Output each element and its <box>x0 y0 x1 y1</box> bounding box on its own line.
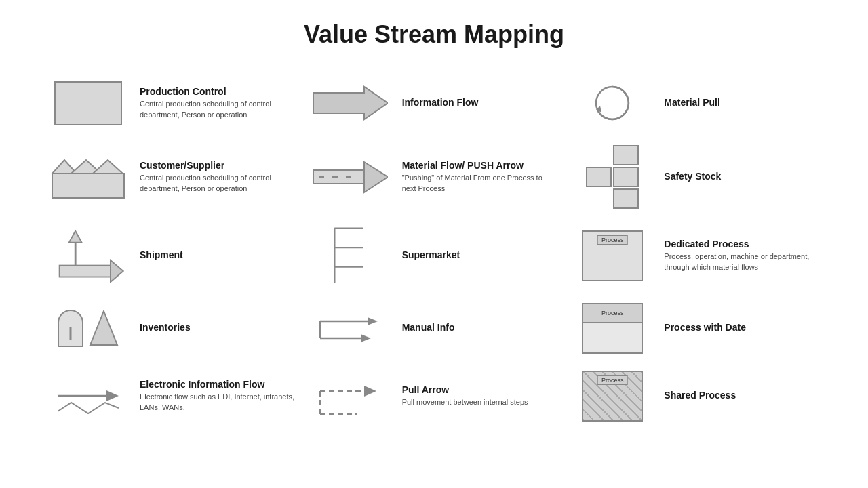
text-shared-process: Shared Process <box>664 390 821 403</box>
safety-stock-icon <box>586 145 639 209</box>
icon-area-customer-supplier <box>47 153 129 201</box>
icon-area-material-flow <box>310 159 391 196</box>
material-pull-icon <box>591 81 635 125</box>
icon-area-material-pull <box>572 81 653 125</box>
information-flow-icon <box>313 85 388 122</box>
svg-rect-3 <box>52 174 124 198</box>
inventories-title: Inventories <box>140 322 296 333</box>
material-flow-title: Material Flow/ PUSH Arrow <box>402 160 559 171</box>
item-process-with-date: Process Process with Date <box>565 294 827 362</box>
svg-marker-28 <box>106 390 119 401</box>
svg-marker-23 <box>368 317 378 325</box>
electronic-info-flow-title: Electronic Information Flow <box>140 379 296 390</box>
dedicated-process-label: Process <box>597 235 628 245</box>
icon-area-dedicated-process: Process <box>572 230 653 281</box>
text-electronic-info-flow: Electronic Information Flow Electronic f… <box>140 379 296 413</box>
item-manual-info: Manual Info <box>303 294 566 362</box>
pull-arrow-title: Pull Arrow <box>402 384 559 395</box>
text-customer-supplier: Customer/Supplier Central production sch… <box>140 160 296 194</box>
shipment-icon <box>51 228 125 283</box>
item-material-pull: Material Pull <box>565 69 827 137</box>
item-safety-stock: Safety Stock <box>565 137 827 217</box>
text-material-pull: Material Pull <box>664 97 821 110</box>
supermarket-icon <box>323 225 378 286</box>
safety-stock-title: Safety Stock <box>664 171 821 182</box>
text-material-flow: Material Flow/ PUSH Arrow "Pushing" of M… <box>402 160 559 194</box>
shared-process-icon: Process <box>582 371 643 422</box>
item-dedicated-process: Process Dedicated Process Process, opera… <box>565 217 827 294</box>
production-control-desc: Central production scheduling of control… <box>140 99 296 120</box>
icon-area-pull-arrow <box>310 372 391 420</box>
electronic-info-flow-desc: Electronic flow such as EDI, Internet, i… <box>140 392 296 413</box>
shared-process-title: Shared Process <box>664 390 821 401</box>
icon-area-inventories <box>47 310 129 347</box>
dedicated-process-title: Dedicated Process <box>664 239 821 249</box>
item-shared-process: Process Shared Process <box>565 362 827 430</box>
supermarket-title: Supermarket <box>402 249 559 260</box>
material-pull-title: Material Pull <box>664 97 821 108</box>
svg-rect-15 <box>60 266 111 277</box>
svg-marker-25 <box>361 334 371 342</box>
item-customer-supplier: Customer/Supplier Central production sch… <box>41 137 303 217</box>
customer-supplier-icon <box>51 153 125 201</box>
text-safety-stock: Safety Stock <box>664 171 821 184</box>
icon-area-supermarket <box>310 225 391 286</box>
process-with-date-title: Process with Date <box>664 322 821 333</box>
process-date-body <box>583 323 642 352</box>
text-production-control: Production Control Central production sc… <box>140 86 296 120</box>
icon-area-shared-process: Process <box>572 371 653 422</box>
inventory-arch-line <box>70 327 72 340</box>
icon-area-production-control <box>47 81 129 125</box>
production-control-icon <box>54 81 122 125</box>
item-pull-arrow: Pull Arrow Pull movement between interna… <box>303 362 566 430</box>
customer-supplier-title: Customer/Supplier <box>140 160 296 171</box>
electronic-info-flow-icon <box>51 374 125 418</box>
svg-marker-12 <box>364 162 388 192</box>
item-shipment: Shipment <box>41 217 303 294</box>
inventories-icon <box>58 310 119 347</box>
material-flow-icon <box>313 159 388 196</box>
process-with-date-icon: Process <box>582 303 643 354</box>
process-date-label: Process <box>583 304 642 323</box>
pull-arrow-desc: Pull movement between internal steps <box>402 397 559 407</box>
icon-area-process-with-date: Process <box>572 303 653 354</box>
item-supermarket: Supermarket <box>303 217 566 294</box>
content-grid: Production Control Central production sc… <box>0 62 868 436</box>
svg-marker-16 <box>111 260 123 282</box>
inventory-triangle-icon <box>89 310 119 347</box>
inventory-arch <box>58 310 83 347</box>
text-inventories: Inventories <box>140 322 296 335</box>
svg-marker-30 <box>364 386 376 396</box>
text-supermarket: Supermarket <box>402 249 559 262</box>
item-electronic-info-flow: Electronic Information Flow Electronic f… <box>41 362 303 430</box>
icon-area-information-flow <box>310 85 391 122</box>
shipment-title: Shipment <box>140 249 296 260</box>
item-material-flow: Material Flow/ PUSH Arrow "Pushing" of M… <box>303 137 566 217</box>
icon-area-safety-stock <box>572 145 653 209</box>
page-title: Value Stream Mapping <box>0 0 868 62</box>
text-shipment: Shipment <box>140 249 296 262</box>
text-information-flow: Information Flow <box>402 97 559 110</box>
text-process-with-date: Process with Date <box>664 322 821 335</box>
icon-area-shipment <box>47 228 129 283</box>
shared-process-label: Process <box>597 375 628 385</box>
item-information-flow: Information Flow <box>303 69 566 137</box>
information-flow-title: Information Flow <box>402 97 559 108</box>
text-dedicated-process: Dedicated Process Process, operation, ma… <box>664 239 821 272</box>
pull-arrow-icon <box>317 372 384 420</box>
item-production-control: Production Control Central production sc… <box>41 69 303 137</box>
svg-marker-6 <box>93 160 123 174</box>
text-manual-info: Manual Info <box>402 322 559 335</box>
svg-marker-0 <box>313 87 388 119</box>
manual-info-title: Manual Info <box>402 322 559 333</box>
production-control-title: Production Control <box>140 86 296 97</box>
customer-supplier-desc: Central production scheduling of control… <box>140 173 296 194</box>
dedicated-process-icon: Process <box>582 230 643 281</box>
material-flow-desc: "Pushing" of Material From one Process t… <box>402 173 559 194</box>
svg-marker-21 <box>90 311 117 345</box>
icon-area-electronic-info-flow <box>47 374 129 418</box>
icon-area-manual-info <box>310 308 391 348</box>
manual-info-icon <box>317 308 384 348</box>
item-inventories: Inventories <box>41 294 303 362</box>
svg-marker-14 <box>69 231 82 243</box>
